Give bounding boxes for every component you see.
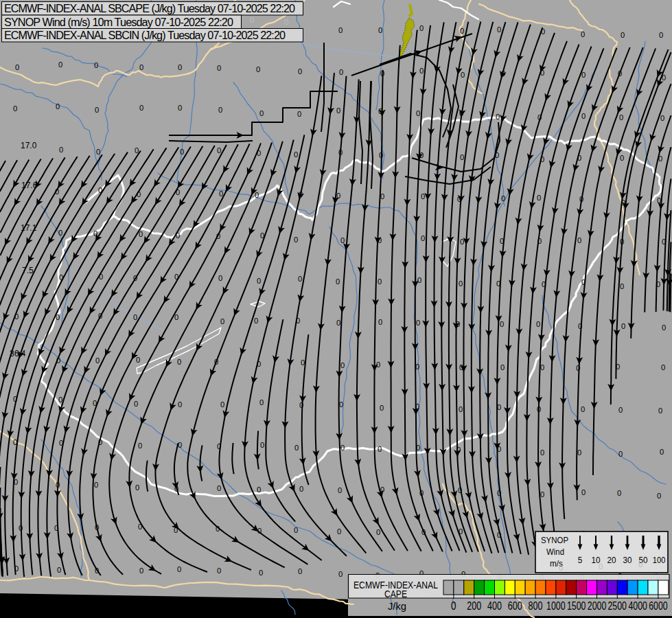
- svg-text:0: 0: [458, 486, 462, 494]
- svg-text:0: 0: [336, 192, 340, 200]
- svg-text:0: 0: [59, 146, 63, 154]
- svg-text:0: 0: [338, 148, 343, 157]
- svg-text:0: 0: [136, 356, 140, 364]
- svg-text:0: 0: [620, 154, 624, 162]
- svg-text:0: 0: [616, 363, 620, 371]
- svg-text:0: 0: [340, 236, 345, 244]
- svg-text:4000: 4000: [628, 599, 647, 612]
- svg-text:0: 0: [378, 26, 382, 34]
- svg-text:1000: 1000: [546, 599, 566, 612]
- svg-text:0: 0: [536, 320, 540, 328]
- svg-text:0: 0: [460, 153, 464, 161]
- svg-text:0: 0: [459, 279, 463, 288]
- svg-text:CAPE: CAPE: [384, 588, 407, 599]
- svg-text:SYNOP Wind (m/s) 10m Tuesday 0: SYNOP Wind (m/s) 10m Tuesday 07-10-2025 …: [4, 16, 233, 28]
- svg-text:0: 0: [419, 151, 424, 159]
- svg-text:0: 0: [13, 438, 17, 446]
- svg-text:0: 0: [59, 439, 63, 447]
- svg-text:0: 0: [217, 566, 221, 575]
- svg-text:0: 0: [174, 526, 178, 534]
- svg-text:0: 0: [220, 317, 224, 325]
- svg-text:0: 0: [56, 481, 60, 489]
- svg-text:0: 0: [496, 279, 500, 288]
- svg-text:0: 0: [577, 236, 581, 244]
- svg-text:J/kg: J/kg: [388, 601, 406, 612]
- svg-text:0: 0: [180, 148, 184, 156]
- svg-text:0: 0: [339, 400, 343, 409]
- svg-text:0: 0: [459, 405, 463, 413]
- svg-text:0: 0: [416, 444, 420, 452]
- svg-text:0: 0: [93, 229, 97, 238]
- svg-text:0: 0: [337, 527, 341, 536]
- svg-text:0: 0: [218, 274, 222, 282]
- svg-text:0: 0: [177, 358, 181, 366]
- svg-text:0: 0: [495, 151, 499, 159]
- svg-text:0: 0: [139, 566, 143, 575]
- svg-text:0: 0: [58, 229, 62, 237]
- svg-text:0: 0: [660, 114, 664, 122]
- svg-text:0: 0: [500, 320, 504, 328]
- svg-text:0: 0: [541, 27, 545, 36]
- svg-text:0: 0: [661, 363, 665, 371]
- svg-text:0: 0: [380, 192, 384, 201]
- svg-text:0: 0: [460, 27, 464, 35]
- svg-text:0: 0: [338, 26, 343, 34]
- svg-text:0: 0: [296, 317, 300, 325]
- svg-text:0: 0: [294, 444, 299, 452]
- svg-text:0: 0: [500, 237, 504, 245]
- svg-text:0: 0: [13, 395, 17, 403]
- svg-text:0: 0: [174, 485, 178, 493]
- svg-text:0: 0: [501, 69, 505, 78]
- svg-text:0: 0: [378, 445, 382, 453]
- svg-text:0: 0: [257, 527, 262, 535]
- svg-text:0: 0: [537, 113, 542, 122]
- svg-text:0: 0: [94, 61, 98, 69]
- svg-text:0: 0: [178, 400, 182, 409]
- svg-text:0: 0: [218, 106, 222, 114]
- svg-text:0: 0: [542, 280, 546, 288]
- svg-text:ECMWF-INDEX-ANAL SBCAPE (J/kg): ECMWF-INDEX-ANAL SBCAPE (J/kg) Tuesday 0…: [4, 2, 295, 14]
- svg-text:600: 600: [508, 599, 522, 612]
- svg-text:0: 0: [56, 102, 60, 111]
- svg-text:0: 0: [56, 356, 60, 365]
- svg-text:0: 0: [500, 363, 505, 371]
- svg-text:200: 200: [467, 599, 481, 612]
- svg-text:0: 0: [137, 190, 141, 198]
- svg-text:0: 0: [660, 448, 664, 456]
- svg-text:0: 0: [219, 190, 223, 198]
- svg-text:0: 0: [260, 231, 264, 240]
- svg-text:0: 0: [658, 154, 662, 163]
- svg-text:0: 0: [662, 73, 666, 82]
- svg-text:0: 0: [658, 407, 662, 415]
- svg-text:0: 0: [581, 112, 586, 120]
- svg-text:0: 0: [378, 107, 382, 115]
- svg-text:0: 0: [421, 234, 425, 242]
- svg-text:0: 0: [578, 322, 582, 330]
- svg-text:0: 0: [460, 238, 464, 246]
- svg-text:2500: 2500: [608, 599, 627, 612]
- svg-text:0: 0: [577, 448, 581, 457]
- svg-text:SYNOP: SYNOP: [541, 536, 568, 545]
- svg-text:0: 0: [134, 400, 138, 408]
- svg-text:0: 0: [284, 18, 288, 26]
- svg-text:0: 0: [378, 318, 382, 326]
- svg-text:0: 0: [259, 569, 263, 577]
- svg-text:0: 0: [55, 187, 59, 196]
- svg-text:0: 0: [299, 190, 303, 198]
- svg-text:0: 0: [456, 446, 461, 454]
- svg-text:0: 0: [537, 237, 542, 245]
- svg-text:0: 0: [456, 320, 460, 328]
- svg-text:0: 0: [659, 31, 663, 39]
- svg-text:0: 0: [216, 525, 220, 533]
- svg-text:0: 0: [540, 155, 544, 163]
- svg-text:Wind: Wind: [546, 547, 564, 557]
- svg-text:0: 0: [340, 361, 345, 369]
- svg-text:0: 0: [459, 363, 463, 371]
- svg-text:0: 0: [619, 113, 623, 122]
- svg-text:0: 0: [336, 319, 340, 327]
- svg-text:7.5: 7.5: [22, 266, 34, 275]
- svg-text:0: 0: [56, 313, 60, 321]
- svg-text:0: 0: [338, 486, 342, 494]
- svg-text:0: 0: [416, 109, 420, 117]
- svg-text:0: 0: [98, 438, 102, 446]
